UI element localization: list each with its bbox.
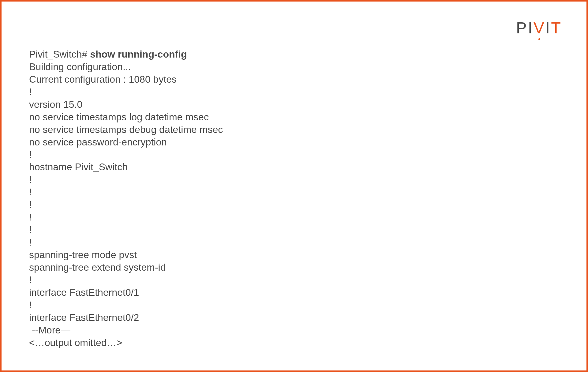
shell-prompt: Pivit_Switch# [29,49,90,60]
logo-letter-i2: I [545,20,551,36]
logo-letter-p: P [516,20,528,36]
logo-letter-v-accent: V [534,20,545,36]
output-line: ! [29,186,565,198]
logo-letter-t-accent: T [551,20,562,36]
output-line: Current configuration : 1080 bytes [29,73,565,86]
output-line: ! [29,211,565,224]
output-line: ! [29,198,565,211]
logo-letter-v: V [534,19,545,37]
command-line: Pivit_Switch# show running-config [29,48,565,61]
more-prompt[interactable]: --More— [29,324,565,336]
output-line: no service timestamps debug datetime mse… [29,123,565,136]
output-line: ! [29,299,565,311]
terminal-frame: PIVIT Pivit_Switch# show running-configB… [0,0,588,372]
output-line: Building configuration... [29,61,565,73]
output-line: ! [29,173,565,186]
output-line: spanning-tree mode pvst [29,249,565,261]
pivit-logo: PIVIT [516,20,562,36]
output-line: ! [29,274,565,286]
output-line: no service password-encryption [29,136,565,148]
terminal-output: Pivit_Switch# show running-configBuildin… [29,23,565,372]
logo-letter-i1: I [528,20,534,36]
output-line: interface FastEthernet0/1 [29,286,565,299]
output-line: ! [29,236,565,249]
output-line: ! [29,224,565,236]
output-line: version 15.0 [29,98,565,111]
output-line: ! [29,148,565,161]
output-line: spanning-tree extend system-id [29,261,565,274]
output-line: hostname Pivit_Switch [29,161,565,173]
output-line: ! [29,86,565,98]
shell-command: show running-config [90,49,187,60]
output-line: interface FastEthernet0/2 [29,311,565,324]
output-line: <…output omitted…> [29,336,565,349]
output-line: no service timestamps log datetime msec [29,111,565,123]
logo-dot-icon [538,38,540,40]
